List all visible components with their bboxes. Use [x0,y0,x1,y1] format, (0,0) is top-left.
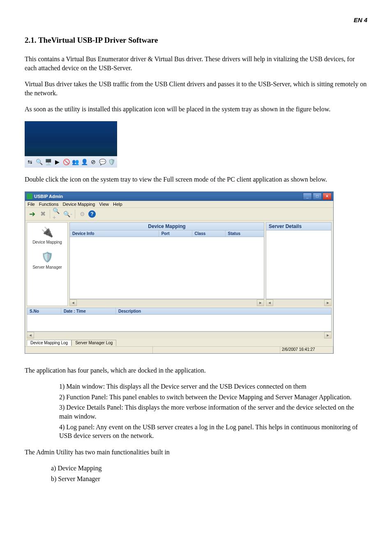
toolbar-button[interactable]: ⚙ [78,210,87,219]
window-title: USBIP Admin [34,194,303,199]
body-paragraph: This contains a Virtual Bus Enumerator d… [25,55,367,72]
device-mapping-headers: Device Info Port Class Status [69,230,264,237]
tray-icon: ⊘ [90,158,97,166]
scroll-right-icon[interactable]: ► [257,299,264,306]
body-paragraph: The application has four panels, which a… [25,366,367,375]
log-headers: S.No Date : Time Description [27,308,332,315]
desktop-wallpaper [25,121,117,156]
tab-device-mapping-log[interactable]: Device Mapping Log [27,340,71,346]
usbip-tray-icon: ▶ [53,158,61,166]
menu-functions[interactable]: Functions [39,202,59,207]
minimize-button[interactable]: _ [303,193,312,200]
col-header-datetime[interactable]: Date : Time [61,308,116,314]
tab-server-manager-log[interactable]: Server Manager Log [71,340,116,346]
device-mapping-title: Device Mapping [69,222,264,230]
body-paragraph: The Admin Utility has two main functiona… [25,448,367,457]
h-scrollbar[interactable]: ◄ ► [27,332,332,339]
connect-button[interactable]: ➔ [28,210,37,219]
body-paragraph: As soon as the utility is installed this… [25,105,367,114]
menu-help[interactable]: Help [113,202,122,207]
toolbar-button[interactable]: 🔍- [63,210,72,219]
list-item: Main window: This displays all the Devic… [58,382,367,391]
help-button[interactable]: ? [88,210,96,218]
list-item: Server Manager [49,474,367,484]
tray-icon: 🖥️ [44,158,52,166]
statusbar: 2/6/2007 16:41:27 [25,346,333,353]
device-mapping-icon: 🔌 [39,225,55,239]
menu-view[interactable]: View [99,202,109,207]
system-tray: ⇆ 🔍 🖥️ ▶ 🚫 👥 👤 ⊘ 💬 🛡️ [25,156,117,168]
status-cell [153,347,281,353]
systray-figure: ⇆ 🔍 🖥️ ▶ 🚫 👥 👤 ⊘ 💬 🛡️ [25,121,117,168]
function-label: Device Mapping [28,240,67,244]
status-timestamp: 2/6/2007 16:41:27 [280,347,333,353]
scroll-left-icon[interactable]: ◄ [69,299,77,306]
scroll-right-icon[interactable]: ► [324,332,332,339]
menubar: File Functions Device Mapping View Help [25,201,333,208]
log-panel: S.No Date : Time Description ◄ ► Device … [27,308,332,345]
tray-icon: 🔍 [35,158,43,166]
toolbar: ➔ ✖ 🔍+ 🔍- ⚙ ? [25,208,333,221]
tray-icon: 💬 [99,158,106,166]
server-details-title: Server Details [266,222,332,230]
scroll-left-icon[interactable]: ◄ [266,299,273,306]
h-scrollbar[interactable]: ◄ ► [69,299,264,306]
col-header-sno[interactable]: S.No [27,308,61,314]
titlebar: USBIP Admin _ □ × [25,192,333,201]
col-header-class[interactable]: Class [192,230,226,237]
status-cell [25,347,153,353]
scroll-right-icon[interactable]: ► [324,299,332,306]
body-paragraph: Double click the icon on the system tray… [25,175,367,184]
list-item: Device Mapping [49,464,367,473]
functions-list: Device Mapping Server Manager [41,464,367,483]
function-item-server-manager[interactable]: 🛡️ Server Manager [28,250,67,269]
function-label: Server Manager [28,265,67,269]
body-paragraph: Virtual Bus driver takes the USB traffic… [25,80,367,97]
tray-icon: ⇆ [26,158,34,166]
log-list [27,315,332,332]
col-header-description[interactable]: Description [116,308,331,314]
device-list [69,237,264,299]
maximize-button[interactable]: □ [313,193,322,200]
list-item: Function Panel: This panel enables to sw… [58,393,367,402]
tray-icon: 👤 [81,158,88,166]
menu-file[interactable]: File [28,202,35,207]
menu-device-mapping[interactable]: Device Mapping [62,202,95,207]
main-panel: Device Mapping Device Info Port Class St… [69,222,264,306]
tray-icon: 👥 [71,158,79,166]
panels-list: Main window: This displays all the Devic… [41,382,367,440]
server-details-body [266,230,332,299]
app-icon [27,193,32,199]
col-header-device-info[interactable]: Device Info [70,230,159,237]
h-scrollbar[interactable]: ◄ ► [266,299,332,306]
toolbar-button[interactable]: 🔍+ [53,210,62,219]
section-heading: 2.1. TheVirtual USB-IP Driver Software [25,36,367,45]
tray-icon: 🚫 [62,158,70,166]
page-number: EN 4 [25,16,367,23]
function-panel: 🔌 Device Mapping 🛡️ Server Manager [27,222,68,306]
tray-icon: 🛡️ [108,158,115,166]
close-button[interactable]: × [323,193,332,200]
col-header-status[interactable]: Status [226,230,264,237]
disconnect-button[interactable]: ✖ [38,210,47,219]
list-item: Log panel: Any event on the USB server c… [58,423,367,440]
server-manager-icon: 🛡️ [39,250,55,264]
log-tabs: Device Mapping Log Server Manager Log [27,339,332,345]
list-item: Device Details Panel: This displays the … [58,403,367,421]
server-details-panel: Server Details ◄ ► [266,222,332,306]
function-item-device-mapping[interactable]: 🔌 Device Mapping [28,225,67,244]
app-window: USBIP Admin _ □ × File Functions Device … [25,191,334,354]
col-header-port[interactable]: Port [159,230,192,237]
scroll-left-icon[interactable]: ◄ [27,332,34,339]
